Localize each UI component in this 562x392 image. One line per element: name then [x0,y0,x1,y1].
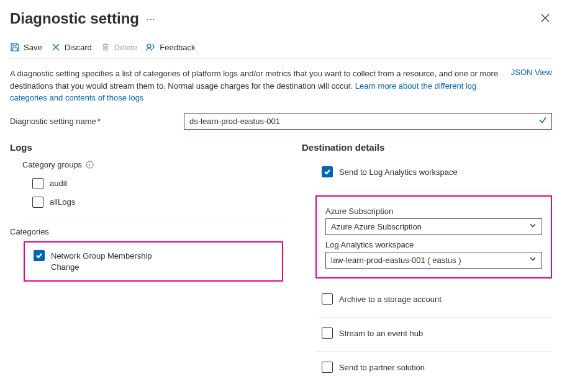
subscription-select[interactable]: Azure Azure Subscription [325,218,542,235]
info-icon[interactable] [86,161,94,169]
svg-point-0 [147,44,151,48]
save-button[interactable]: Save [10,42,42,52]
workspace-value: law-learn-prod-eastus-001 ( eastus ) [331,256,461,265]
archive-row: Archive to a storage account [302,287,552,311]
ngmc-checkbox[interactable] [34,250,45,261]
ngmc-checkbox-row: Network Group Membership Change [25,246,279,277]
subscription-value: Azure Azure Subscription [331,222,422,231]
save-label: Save [24,43,42,52]
json-view-link[interactable]: JSON View [511,68,552,77]
partner-label: Send to partner solution [339,362,425,372]
archive-label: Archive to a storage account [339,294,442,304]
alllogs-checkbox[interactable] [32,197,43,208]
setting-name-input[interactable] [184,113,552,130]
dest-divider-3 [315,351,552,352]
logs-section: Logs Category groups audit allLogs Categ… [10,142,283,379]
delete-button: Delete [101,42,138,52]
partner-checkbox[interactable] [322,362,333,373]
partner-row: Send to partner solution [302,355,552,379]
alllogs-checkbox-row: allLogs [10,193,283,212]
intro-text: A diagnostic setting specifies a list of… [10,68,499,104]
discard-button[interactable]: Discard [51,42,92,52]
categories-highlight: Network Group Membership Change [24,241,283,282]
send-log-analytics-checkbox[interactable] [322,166,333,177]
logs-heading: Logs [10,142,283,153]
audit-label: audit [50,178,67,188]
alllogs-label: allLogs [50,197,75,207]
valid-check-icon [538,116,547,127]
chevron-down-icon [529,222,537,231]
feedback-label: Feedback [160,43,195,52]
discard-label: Discard [65,43,92,52]
destination-section: Destination details Send to Log Analytic… [302,142,552,379]
workspace-label: Log Analytics workspace [325,240,542,249]
discard-icon [51,42,61,52]
save-icon [10,42,20,52]
dest-divider-1 [315,190,552,190]
page-title: Diagnostic setting [10,10,139,27]
feedback-icon [146,42,156,52]
dest-divider-2 [315,317,552,318]
log-analytics-highlight: Azure Subscription Azure Azure Subscript… [315,195,552,278]
logs-divider [22,218,283,218]
setting-name-field: Diagnostic setting name* [10,113,552,130]
panel-header: Diagnostic setting ··· [10,10,552,27]
archive-checkbox[interactable] [322,293,333,305]
chevron-down-icon [529,256,537,265]
delete-icon [101,42,111,52]
stream-checkbox[interactable] [322,327,333,339]
required-asterisk: * [97,117,101,126]
send-log-analytics-row: Send to Log Analytics workspace [302,160,552,184]
stream-row: Stream to an event hub [302,321,552,345]
subscription-label: Azure Subscription [325,207,542,216]
setting-name-label: Diagnostic setting name* [10,117,171,126]
category-groups-text: Category groups [22,160,82,169]
workspace-select[interactable]: law-learn-prod-eastus-001 ( eastus ) [325,252,542,269]
close-icon[interactable] [538,11,552,27]
toolbar: Save Discard Delete Feedback [10,37,552,59]
category-groups-label: Category groups [10,160,283,169]
destination-heading: Destination details [302,142,552,153]
ngmc-label: Network Group Membership Change [51,250,169,273]
stream-label: Stream to an event hub [339,328,423,338]
intro-section: A diagnostic setting specifies a list of… [10,68,552,104]
setting-name-label-text: Diagnostic setting name [10,117,96,126]
more-menu-icon[interactable]: ··· [147,14,156,24]
audit-checkbox[interactable] [32,178,43,189]
delete-label: Delete [114,43,138,52]
categories-heading: Categories [10,227,283,236]
audit-checkbox-row: audit [10,174,283,193]
feedback-button[interactable]: Feedback [146,42,195,52]
send-log-analytics-label: Send to Log Analytics workspace [339,167,458,177]
